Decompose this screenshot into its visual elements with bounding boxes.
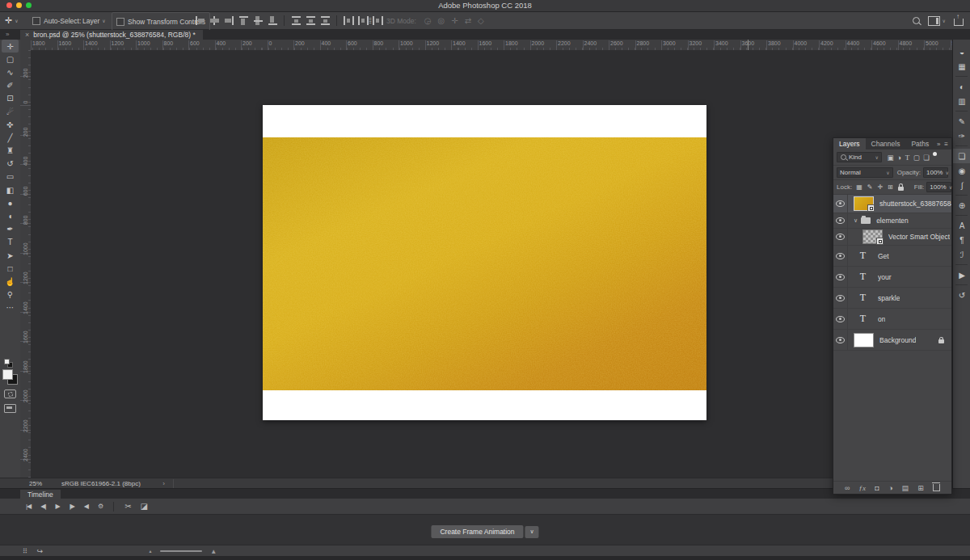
timeline-zoom-out-icon[interactable]: ▲ bbox=[148, 549, 152, 554]
transition-button[interactable]: ◪ bbox=[141, 502, 147, 511]
tab-close-icon[interactable]: × bbox=[25, 31, 29, 39]
glyphs-panel-icon[interactable]: ℐ bbox=[953, 247, 970, 262]
layer-row[interactable]: Vector Smart Object bbox=[833, 229, 951, 246]
color-swatches[interactable] bbox=[2, 369, 18, 385]
panel-tab-paths[interactable]: Paths bbox=[905, 138, 934, 149]
opacity-field[interactable]: 100% ∨ bbox=[923, 167, 948, 178]
character-panel-icon[interactable]: A bbox=[953, 218, 970, 233]
previous-frame-button[interactable]: ◀| bbox=[40, 503, 45, 510]
shape-tool[interactable]: □ bbox=[0, 262, 20, 275]
di-hcenter-icon[interactable] bbox=[357, 15, 369, 26]
eraser-tool[interactable]: ▭ bbox=[0, 171, 20, 183]
libraries-panel-icon[interactable]: ▥ bbox=[953, 94, 970, 108]
color-panel-icon[interactable]: ◒ bbox=[953, 44, 970, 59]
3d-slide-icon[interactable]: ⇄ bbox=[465, 16, 471, 25]
brush-tool[interactable]: ╱ bbox=[0, 131, 20, 144]
share-icon[interactable] bbox=[954, 19, 964, 26]
visibility-toggle[interactable] bbox=[833, 229, 848, 245]
lock-all-icon[interactable] bbox=[898, 187, 904, 191]
lock-artboards-icon[interactable]: ⊞ bbox=[888, 183, 893, 191]
add-layer-mask-button[interactable]: ◘ bbox=[875, 484, 879, 492]
di-right-icon[interactable] bbox=[372, 15, 384, 26]
edit-toolbar[interactable]: ⋯ bbox=[0, 301, 20, 314]
channels-panel-icon[interactable]: ◉ bbox=[953, 163, 970, 178]
al-hcenter-icon[interactable] bbox=[209, 15, 221, 26]
lock-transparent-pixels-icon[interactable]: ▦ bbox=[856, 183, 862, 191]
3d-roll-icon[interactable]: ◎ bbox=[438, 16, 445, 25]
visibility-toggle[interactable] bbox=[833, 309, 848, 329]
layer-row[interactable]: Tyour bbox=[833, 267, 951, 288]
clone-stamp-tool[interactable]: ♜ bbox=[0, 145, 20, 158]
play-button[interactable]: ▶ bbox=[55, 503, 59, 510]
first-frame-button[interactable]: |◀ bbox=[26, 503, 31, 510]
paths-panel-icon[interactable]: ∫ bbox=[953, 178, 970, 192]
al-vcenter-icon[interactable] bbox=[252, 15, 264, 26]
link-layers-button[interactable]: ∞ bbox=[845, 484, 850, 492]
zoom-tool[interactable]: ⚲ bbox=[0, 288, 20, 301]
filter-shape-layers-icon[interactable]: ▢ bbox=[913, 154, 920, 162]
al-top-icon[interactable] bbox=[238, 15, 250, 26]
timeline-zoom-in-icon[interactable]: ▲ bbox=[210, 548, 217, 555]
search-icon[interactable] bbox=[913, 17, 920, 24]
new-layer-button[interactable]: ⊞ bbox=[917, 484, 924, 492]
window-minimize-button[interactable] bbox=[16, 2, 22, 8]
layer-row[interactable]: Ton bbox=[833, 309, 951, 330]
filter-toggle-icon[interactable] bbox=[933, 152, 937, 156]
dodge-tool[interactable]: ◖ bbox=[0, 209, 20, 222]
move-tool[interactable]: ✛ bbox=[2, 40, 19, 53]
brush-settings-panel-icon[interactable]: ✎ bbox=[953, 114, 970, 128]
new-group-button[interactable]: ▤ bbox=[902, 484, 909, 492]
filter-pixel-layers-icon[interactable]: ▣ bbox=[888, 154, 894, 162]
foreground-color-swatch[interactable] bbox=[2, 369, 13, 380]
next-frame-button[interactable]: |▶ bbox=[70, 503, 74, 510]
type-tool[interactable]: T bbox=[0, 236, 20, 249]
convert-frames-icon[interactable]: ⠿ bbox=[23, 548, 27, 555]
di-vcenter-icon[interactable] bbox=[305, 15, 317, 26]
lock-image-pixels-icon[interactable]: ✎ bbox=[867, 183, 873, 191]
3d-scale-icon[interactable]: ◇ bbox=[478, 16, 484, 25]
timeline-settings-button[interactable]: ⚙ bbox=[98, 503, 103, 510]
mute-audio-button[interactable]: ◀ bbox=[84, 503, 88, 510]
panel-collapse-icon[interactable]: » bbox=[937, 141, 940, 148]
brushes-panel-icon[interactable]: ✑ bbox=[953, 128, 970, 143]
al-right-icon[interactable] bbox=[223, 15, 235, 26]
visibility-toggle[interactable] bbox=[833, 288, 848, 308]
visibility-toggle[interactable] bbox=[833, 195, 848, 213]
adjustments-panel-icon[interactable]: ◐ bbox=[953, 79, 970, 94]
3d-drag-icon[interactable]: ✛ bbox=[451, 16, 458, 25]
layer-row[interactable]: TGet bbox=[833, 246, 951, 267]
blur-tool[interactable]: ● bbox=[0, 196, 20, 209]
delete-layer-button[interactable] bbox=[933, 484, 940, 491]
filter-kind-dropdown[interactable]: Kind ∨ bbox=[837, 152, 882, 162]
visibility-toggle[interactable] bbox=[833, 330, 848, 350]
filter-adjustment-layers-icon[interactable]: ◑ bbox=[897, 154, 901, 162]
current-tool-indicator[interactable]: ✛ ∨ bbox=[5, 12, 19, 29]
show-transform-checkbox[interactable] bbox=[116, 18, 124, 26]
marquee-tool[interactable]: ▢ bbox=[0, 53, 20, 65]
auto-select-target-dropdown[interactable]: Layer ∨ bbox=[82, 12, 106, 29]
window-close-button[interactable] bbox=[6, 2, 12, 8]
panel-tab-channels[interactable]: Channels bbox=[866, 138, 906, 149]
document-info[interactable]: sRGB IEC61966-2.1 (8bpc) › bbox=[57, 479, 174, 488]
crop-tool[interactable]: ⊡ bbox=[0, 92, 20, 105]
hand-tool[interactable]: ☝ bbox=[0, 275, 20, 288]
visibility-toggle[interactable] bbox=[833, 246, 848, 266]
di-left-icon[interactable] bbox=[343, 15, 355, 26]
path-selection-tool[interactable]: ➤ bbox=[0, 249, 20, 262]
al-bottom-icon[interactable] bbox=[267, 15, 279, 26]
clone-source-panel-icon[interactable]: ⊕ bbox=[953, 198, 970, 213]
chevron-down-icon[interactable]: ∨ bbox=[854, 217, 858, 224]
eyedropper-tool[interactable]: ☄ bbox=[0, 105, 20, 118]
create-frame-animation-button[interactable]: Create Frame Animation bbox=[431, 525, 523, 538]
filter-smart-objects-icon[interactable]: ❏ bbox=[923, 154, 930, 162]
filter-type-layers-icon[interactable]: T bbox=[905, 154, 910, 162]
default-colors-icon[interactable] bbox=[4, 359, 14, 367]
document-tab[interactable]: × bron.psd @ 25% (shutterstock_638876584… bbox=[20, 30, 203, 40]
quick-selection-tool[interactable]: ✐ bbox=[0, 79, 20, 92]
di-top-icon[interactable] bbox=[290, 15, 302, 26]
healing-brush-tool[interactable]: ✜ bbox=[0, 118, 20, 131]
swatches-panel-icon[interactable]: ▦ bbox=[953, 59, 970, 74]
history-brush-tool[interactable]: ↺ bbox=[0, 158, 20, 171]
distribute-spacing-icon[interactable]: ⁞⁞ bbox=[369, 12, 371, 29]
render-video-icon[interactable]: ↪ bbox=[37, 547, 44, 555]
